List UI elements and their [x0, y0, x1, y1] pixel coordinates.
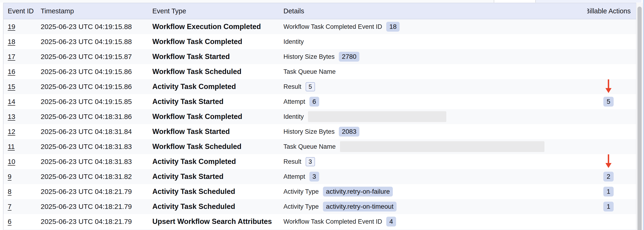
event-type: Workflow Task Scheduled — [152, 142, 284, 151]
vertical-scrollbar[interactable] — [636, 3, 642, 230]
detail-label: Attempt — [284, 173, 305, 180]
detail-label: Identity — [284, 113, 304, 121]
event-type: Workflow Task Started — [152, 128, 284, 136]
detail-value-badge: 2780 — [339, 52, 360, 62]
detail-value-badge: 5 — [306, 82, 315, 91]
detail-label: Result — [284, 158, 302, 165]
table-row[interactable]: 10 2025-06-23 UTC 04:18:31.83 Activity T… — [4, 154, 642, 169]
event-id-link[interactable]: 19 — [8, 23, 15, 31]
table-row[interactable]: 9 2025-06-23 UTC 04:18:31.82 Activity Ta… — [4, 169, 642, 184]
detail-label: Task Queue Name — [284, 143, 336, 150]
detail-label: Activity Type — [284, 203, 319, 210]
detail-label: Workflow Task Completed Event ID — [284, 218, 382, 225]
billable-actions-badge: 5 — [603, 97, 614, 106]
detail-label: Activity Type — [284, 188, 319, 195]
column-header-event-type: Event Type — [152, 7, 284, 15]
table-header-row: Event ID Timestamp Event Type Details Bi… — [4, 3, 642, 19]
detail-value-badge: 4 — [386, 217, 396, 226]
detail-value-badge: activity.retry-on-failure — [323, 187, 393, 196]
billable-actions-badge: 1 — [603, 202, 614, 211]
event-id-link[interactable]: 15 — [8, 83, 15, 90]
detail-label: History Size Bytes — [284, 128, 334, 135]
event-id-link[interactable]: 11 — [8, 143, 15, 150]
detail-label: Workflow Task Completed Event ID — [284, 23, 382, 31]
table-row[interactable]: 14 2025-06-23 UTC 04:19:15.85 Activity T… — [4, 94, 642, 109]
detail-value-redacted — [308, 111, 446, 122]
event-id-link[interactable]: 13 — [8, 113, 15, 121]
table-row[interactable]: 18 2025-06-23 UTC 04:19:15.88 Workflow T… — [4, 34, 642, 49]
annotation-down-arrow-icon — [604, 154, 613, 168]
event-type: Activity Task Started — [152, 172, 284, 181]
event-timestamp: 2025-06-23 UTC 04:19:15.88 — [41, 23, 152, 31]
table-row[interactable]: 6 2025-06-23 UTC 04:18:21.79 Upsert Work… — [4, 214, 642, 229]
top-strip-button-fragment — [494, 0, 536, 3]
billable-actions-badge: 2 — [603, 172, 614, 181]
table-row-partial — [4, 229, 642, 230]
table-row[interactable]: 7 2025-06-23 UTC 04:18:21.79 Activity Ta… — [4, 199, 642, 214]
event-id-link[interactable]: 9 — [8, 173, 12, 180]
table-row[interactable]: 8 2025-06-23 UTC 04:18:21.79 Activity Ta… — [4, 184, 642, 199]
top-strip-left-segment — [0, 0, 494, 3]
table-row[interactable]: 13 2025-06-23 UTC 04:18:31.86 Workflow T… — [4, 109, 642, 124]
event-timestamp: 2025-06-23 UTC 04:18:31.83 — [41, 143, 152, 151]
event-type: Workflow Execution Completed — [152, 23, 284, 31]
detail-value-badge: 2083 — [339, 127, 360, 137]
event-timestamp: 2025-06-23 UTC 04:18:21.79 — [41, 217, 152, 225]
event-type: Activity Task Scheduled — [152, 202, 284, 211]
event-type: Activity Task Scheduled — [152, 187, 284, 196]
event-id-link[interactable]: 7 — [8, 203, 12, 210]
table-body: 19 2025-06-23 UTC 04:19:15.88 Workflow E… — [4, 19, 642, 229]
detail-value-badge: 6 — [310, 97, 319, 106]
detail-label: Task Queue Name — [284, 68, 336, 75]
detail-label: Result — [284, 83, 302, 90]
event-id-link[interactable]: 18 — [8, 38, 15, 45]
event-timestamp: 2025-06-23 UTC 04:18:31.82 — [41, 173, 152, 181]
event-timestamp: 2025-06-23 UTC 04:19:15.85 — [41, 98, 152, 106]
event-id-link[interactable]: 17 — [8, 53, 15, 60]
detail-label: Identity — [284, 38, 304, 45]
event-timestamp: 2025-06-23 UTC 04:18:31.84 — [41, 128, 152, 136]
event-timestamp: 2025-06-23 UTC 04:18:21.79 — [41, 203, 152, 210]
event-timestamp: 2025-06-23 UTC 04:18:31.86 — [41, 113, 152, 121]
event-type: Workflow Task Started — [152, 52, 284, 61]
detail-value-badge: 3 — [310, 172, 319, 181]
detail-value-badge: 3 — [306, 157, 315, 166]
scrollbar-thumb[interactable] — [638, 7, 642, 230]
detail-label: Attempt — [284, 98, 305, 105]
detail-value-redacted — [340, 141, 544, 152]
detail-label: History Size Bytes — [284, 53, 334, 60]
event-id-link[interactable]: 10 — [8, 158, 15, 165]
event-type: Workflow Task Completed — [152, 112, 284, 121]
column-header-event-id: Event ID — [4, 7, 41, 15]
table-row[interactable]: 19 2025-06-23 UTC 04:19:15.88 Workflow E… — [4, 19, 642, 34]
billable-actions-badge: 1 — [603, 187, 614, 196]
event-timestamp: 2025-06-23 UTC 04:19:15.86 — [41, 83, 152, 91]
annotation-down-arrow-icon — [604, 79, 613, 93]
event-timestamp: 2025-06-23 UTC 04:18:21.79 — [41, 188, 152, 196]
event-type: Upsert Workflow Search Attributes — [152, 217, 284, 226]
detail-value-badge: activity.retry-on-timeout — [323, 202, 396, 211]
table-row[interactable]: 17 2025-06-23 UTC 04:19:15.87 Workflow T… — [4, 49, 642, 64]
event-type: Activity Task Started — [152, 97, 284, 106]
event-timestamp: 2025-06-23 UTC 04:18:31.83 — [41, 158, 152, 166]
table-row[interactable]: 15 2025-06-23 UTC 04:19:15.86 Activity T… — [4, 79, 642, 94]
event-timestamp: 2025-06-23 UTC 04:19:15.86 — [41, 68, 152, 76]
event-id-link[interactable]: 16 — [8, 68, 15, 75]
column-header-details: Details — [284, 7, 587, 15]
event-id-link[interactable]: 8 — [8, 188, 12, 195]
event-type: Workflow Task Scheduled — [152, 67, 284, 76]
column-header-timestamp: Timestamp — [41, 7, 152, 15]
column-header-billable-actions: Billable Actions — [587, 7, 642, 15]
event-id-link[interactable]: 6 — [8, 218, 12, 225]
table-row[interactable]: 11 2025-06-23 UTC 04:18:31.83 Workflow T… — [4, 139, 642, 154]
table-row[interactable]: 16 2025-06-23 UTC 04:19:15.86 Workflow T… — [4, 64, 642, 79]
top-cutoff-strip — [0, 0, 644, 3]
column-header-billable-actions-label: Billable Actions — [587, 7, 631, 15]
event-id-link[interactable]: 12 — [8, 128, 15, 135]
event-type: Workflow Task Completed — [152, 38, 284, 46]
table-row[interactable]: 12 2025-06-23 UTC 04:18:31.84 Workflow T… — [4, 124, 642, 139]
event-timestamp: 2025-06-23 UTC 04:19:15.88 — [41, 38, 152, 46]
detail-value-badge: 18 — [386, 22, 400, 32]
event-id-link[interactable]: 14 — [8, 98, 15, 105]
event-history-table: Event ID Timestamp Event Type Details Bi… — [3, 3, 642, 230]
